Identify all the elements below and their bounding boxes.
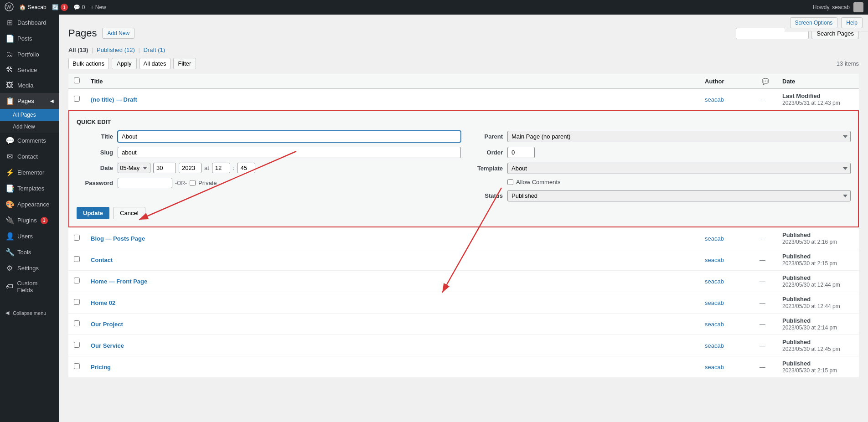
- title-col-header: Title: [85, 74, 699, 89]
- sidebar-item-add-new[interactable]: Add New: [0, 121, 59, 133]
- sidebar-item-settings[interactable]: ⚙ Settings: [0, 260, 59, 276]
- minute-input[interactable]: [237, 163, 255, 173]
- page-title-link[interactable]: Home 02: [91, 299, 115, 306]
- help-button[interactable]: Help: [841, 17, 863, 28]
- page-title-link[interactable]: Home — Front Page: [91, 278, 147, 285]
- toolbar: Bulk actions Apply All dates Filter 13 i…: [68, 58, 859, 69]
- bulk-actions-select[interactable]: Bulk actions: [68, 58, 109, 69]
- allow-comments-checkbox[interactable]: [507, 179, 513, 185]
- parent-select[interactable]: Main Page (no parent): [507, 131, 851, 142]
- row-checkbox[interactable]: [74, 235, 80, 241]
- order-field[interactable]: [507, 147, 535, 158]
- author-link[interactable]: seacab: [705, 278, 724, 285]
- row-checkbox[interactable]: [74, 320, 80, 326]
- date-value: 2023/05/30 at 12:44 pm: [782, 282, 840, 288]
- sidebar-item-comments[interactable]: 💬 Comments: [0, 133, 59, 149]
- template-select[interactable]: About: [507, 163, 851, 174]
- row-checkbox[interactable]: [74, 342, 80, 348]
- select-all-checkbox[interactable]: [74, 77, 80, 83]
- sidebar-item-appearance[interactable]: 🎨 Appearance: [0, 196, 59, 212]
- sidebar-item-all-pages[interactable]: All Pages: [0, 109, 59, 121]
- private-checkbox[interactable]: [190, 180, 196, 186]
- slug-field[interactable]: [118, 147, 461, 158]
- sidebar-item-users[interactable]: 👤 Users: [0, 228, 59, 244]
- site-name-item[interactable]: 🏠 Seacab: [19, 4, 46, 10]
- sidebar-label-pages: Pages: [17, 98, 34, 104]
- row-checkbox[interactable]: [74, 256, 80, 262]
- sidebar-item-elementor[interactable]: ⚡ Elementor: [0, 165, 59, 180]
- top-bar-right: Howdy, seacab: [813, 2, 863, 12]
- author-link[interactable]: seacab: [705, 299, 724, 306]
- comments-icon: 💬: [73, 4, 80, 10]
- sidebar-item-pages[interactable]: 📋 Pages ◀: [0, 93, 59, 109]
- updates-icon: 🔄: [52, 4, 59, 10]
- sidebar-item-plugins[interactable]: 🔌 Plugins 1: [0, 212, 59, 228]
- sidebar-item-templates[interactable]: 📑 Templates: [0, 180, 59, 196]
- new-item[interactable]: + New: [90, 4, 106, 10]
- page-title-link[interactable]: Contact: [91, 257, 113, 263]
- screen-options-button[interactable]: Screen Options: [790, 17, 838, 28]
- sidebar-item-tools[interactable]: 🔧 Tools: [0, 244, 59, 260]
- filter-published-link[interactable]: Published (12): [97, 46, 135, 53]
- date-value: 2023/05/30 at 2:14 pm: [782, 324, 837, 331]
- title-field[interactable]: [118, 131, 461, 142]
- plugins-icon: 🔌: [5, 216, 14, 225]
- sidebar-item-custom-fields[interactable]: 🏷 Custom Fields: [0, 276, 59, 297]
- author-link[interactable]: seacab: [705, 364, 724, 371]
- sidebar-item-portfolio[interactable]: 🗂 Portfolio: [0, 46, 59, 62]
- quick-edit-grid: Title Slug Date: [77, 131, 851, 201]
- author-link[interactable]: seacab: [705, 321, 724, 328]
- quick-edit-panel: QUICK EDIT Title Slug: [68, 110, 859, 227]
- date-day-input[interactable]: [153, 163, 176, 173]
- wp-icon[interactable]: W: [5, 2, 14, 13]
- date-label: Published: [782, 339, 811, 345]
- parent-field-label: Parent: [466, 133, 503, 140]
- date-label: Published: [782, 274, 811, 281]
- page-title-link[interactable]: Our Service: [91, 342, 124, 349]
- add-new-button[interactable]: Add New: [102, 28, 134, 39]
- dates-filter-select[interactable]: All dates: [140, 58, 170, 69]
- row-checkbox[interactable]: [74, 299, 80, 305]
- row-checkbox[interactable]: [74, 363, 80, 369]
- author-link[interactable]: seacab: [705, 235, 724, 242]
- slug-field-label: Slug: [77, 149, 113, 156]
- page-title-link[interactable]: Blog — Posts Page: [91, 235, 145, 242]
- page-title-link[interactable]: Our Project: [91, 321, 123, 328]
- sidebar: ⊞ Dashboard 📄 Posts 🗂 Portfolio 🛠 Servic…: [0, 15, 59, 422]
- status-select[interactable]: Published Draft Pending Review: [507, 190, 851, 201]
- author-link[interactable]: seacab: [705, 257, 724, 263]
- comments-item[interactable]: 💬 0: [73, 4, 85, 10]
- date-month-select[interactable]: 05-May: [118, 163, 150, 173]
- collapse-menu-item[interactable]: ◀ Collapse menu: [0, 306, 59, 319]
- apply-button[interactable]: Apply: [112, 58, 137, 69]
- page-title-link[interactable]: Pricing: [91, 364, 111, 371]
- author-link[interactable]: seacab: [705, 96, 724, 103]
- sidebar-item-contact[interactable]: ✉ Contact: [0, 149, 59, 165]
- date-year-input[interactable]: [179, 163, 202, 173]
- sidebar-item-posts[interactable]: 📄 Posts: [0, 31, 59, 46]
- password-field[interactable]: [118, 178, 172, 188]
- table-row: Pricing seacab — Published 2023/05/30 at…: [68, 356, 859, 378]
- parent-row: Parent Main Page (no parent): [466, 131, 851, 142]
- updates-item[interactable]: 🔄 1: [52, 4, 68, 11]
- add-new-label: Add New: [13, 124, 35, 130]
- sidebar-item-media[interactable]: 🖼 Media: [0, 77, 59, 93]
- cancel-button[interactable]: Cancel: [113, 207, 145, 219]
- filter-all-link[interactable]: All (13): [68, 46, 88, 53]
- sidebar-label-tools: Tools: [17, 249, 31, 256]
- sidebar-item-dashboard[interactable]: ⊞ Dashboard: [0, 15, 59, 31]
- filter-draft-link[interactable]: Draft (1): [143, 46, 165, 53]
- collapse-label: Collapse menu: [13, 310, 46, 316]
- filter-button[interactable]: Filter: [173, 58, 196, 69]
- portfolio-icon: 🗂: [5, 50, 14, 58]
- author-link[interactable]: seacab: [705, 342, 724, 349]
- hour-input[interactable]: [212, 163, 230, 173]
- page-title-link[interactable]: (no title) — Draft: [91, 96, 137, 103]
- date-row: Date 05-May at: [77, 163, 461, 173]
- sidebar-item-service[interactable]: 🛠 Service: [0, 62, 59, 77]
- template-field-label: Template: [466, 165, 503, 172]
- update-button[interactable]: Update: [77, 207, 109, 219]
- row-checkbox[interactable]: [74, 278, 80, 283]
- row-checkbox[interactable]: [74, 96, 80, 102]
- date-value: 2023/05/30 at 12:44 pm: [782, 303, 840, 309]
